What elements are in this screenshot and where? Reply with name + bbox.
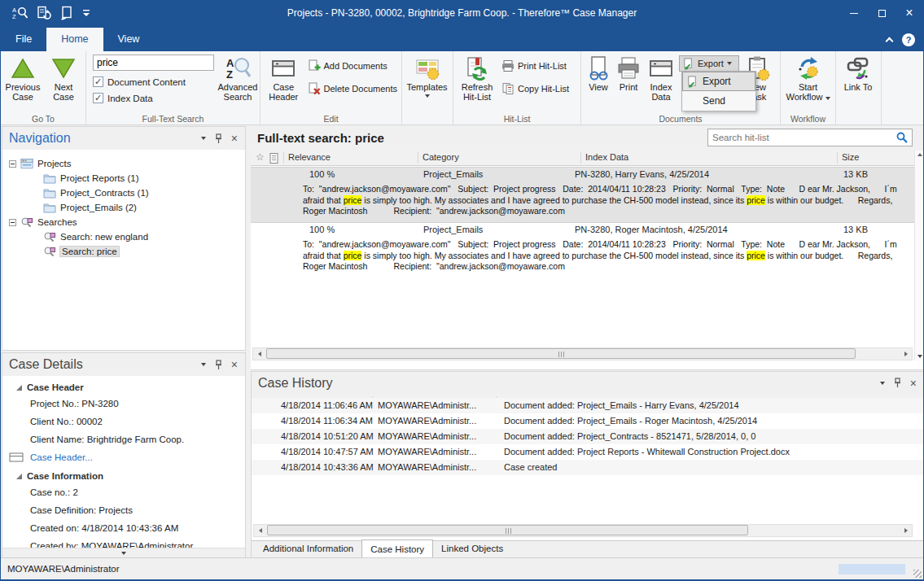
scroll-right-arrow[interactable]: [900, 525, 912, 536]
export-button[interactable]: Export: [679, 55, 739, 72]
tab-home[interactable]: Home: [46, 28, 103, 51]
collapse-icon[interactable]: [9, 160, 16, 168]
tree-item-project-contracts[interactable]: Project_Contracts (1): [2, 186, 243, 200]
close-panel-icon[interactable]: [231, 132, 238, 145]
history-date: 4/18/2014 10:51:20 AM: [281, 431, 374, 441]
print-button[interactable]: Print: [614, 53, 643, 92]
view-button[interactable]: View: [583, 53, 614, 92]
link-to-button[interactable]: Link To: [838, 53, 878, 92]
scroll-up-arrow[interactable]: [917, 153, 922, 156]
fulltext-query-input[interactable]: [93, 55, 214, 71]
tab-case-history[interactable]: Case History: [361, 540, 433, 558]
result-row[interactable]: 100 % Project_Emails PN-3280, Roger Maci…: [251, 223, 914, 238]
close-button[interactable]: [896, 1, 923, 25]
history-row[interactable]: 4/18/2014 11:06:46 AM MOYAWARE\Administr…: [252, 398, 924, 413]
history-row[interactable]: 4/18/2014 10:43:36 AM MOYAWARE\Administr…: [252, 460, 924, 475]
column-category[interactable]: Category: [423, 152, 459, 162]
close-panel-icon[interactable]: [231, 358, 238, 371]
collapse-ribbon-icon[interactable]: [886, 37, 894, 46]
case-details-panel: Case Details Case Header Project No.: PN…: [2, 352, 246, 559]
case-definition-field: Case Definition: Projects: [2, 505, 245, 515]
svg-text:A: A: [226, 57, 234, 69]
column-index-data[interactable]: Index Data: [585, 152, 628, 162]
maximize-button[interactable]: [868, 1, 896, 25]
scroll-left-arrow[interactable]: [253, 348, 265, 360]
print-icon: [615, 55, 642, 82]
collapse-icon[interactable]: [9, 219, 16, 226]
hitlist-result-2[interactable]: 100 % Project_Emails PN-3280, Roger Maci…: [251, 223, 914, 277]
section-label: Case Header: [27, 382, 84, 392]
case-information-section[interactable]: Case Information: [2, 471, 245, 481]
case-header-button[interactable]: Case Header: [262, 53, 305, 102]
search-icon[interactable]: [892, 132, 912, 143]
panel-menu-icon[interactable]: [880, 382, 885, 385]
next-case-button[interactable]: Next Case: [43, 53, 84, 102]
case-header-section[interactable]: Case Header: [2, 382, 245, 392]
menu-item-export[interactable]: Export: [682, 72, 755, 91]
history-row[interactable]: 4/18/2014 10:51:20 AM MOYAWARE\Administr…: [252, 429, 924, 444]
help-icon[interactable]: [902, 33, 915, 46]
document-content-checkbox[interactable]: Document Content: [93, 76, 214, 87]
scroll-left-arrow[interactable]: [254, 525, 266, 536]
advanced-search-label: Advanced Search: [217, 82, 258, 102]
tree-item-projects[interactable]: Projects: [2, 156, 243, 171]
menu-item-export-label: Export: [703, 76, 731, 87]
refresh-hitlist-button[interactable]: Refresh Hit-List: [455, 53, 499, 102]
scroll-down-arrow[interactable]: [917, 355, 922, 358]
ribbon-group-templates: Templates: [402, 51, 453, 124]
hitlist-column-header[interactable]: Relevance Category Index Data Size: [251, 151, 914, 166]
status-user: MOYAWARE\Administrator: [1, 564, 120, 574]
resize-grip[interactable]: [913, 570, 922, 578]
result-snippet: To: "andrew.jackson@moyaware.com" Subjec…: [303, 239, 901, 273]
add-documents-button[interactable]: Add Documents: [305, 58, 401, 74]
advanced-search-button[interactable]: AZ Advanced Search: [217, 53, 258, 102]
tree-item-searches[interactable]: Searches: [2, 215, 243, 229]
copy-hitlist-button[interactable]: Copy Hit-List: [499, 81, 571, 97]
hitlist-horizontal-scrollbar[interactable]: [252, 347, 913, 360]
pin-icon[interactable]: [215, 133, 222, 144]
start-workflow-button[interactable]: Start Workflow: [782, 53, 834, 102]
scrollbar-thumb[interactable]: [266, 348, 856, 359]
panel-menu-icon[interactable]: [201, 363, 206, 366]
history-row[interactable]: 4/18/2014 10:47:57 AM MOYAWARE\Administr…: [252, 444, 924, 460]
print-hitlist-button[interactable]: Print Hit-List: [499, 58, 571, 74]
quick-search-icon[interactable]: AZ: [12, 6, 28, 20]
tree-item-search-price[interactable]: Search: price: [2, 244, 243, 259]
result-row[interactable]: 100 % Project_Emails PN-3280, Harry Evan…: [251, 168, 914, 182]
pin-icon[interactable]: [894, 378, 901, 388]
case-header-link[interactable]: Case Header...: [30, 452, 93, 462]
case-header-link-row[interactable]: Case Header...: [2, 452, 245, 462]
refresh-document-icon[interactable]: [37, 6, 51, 20]
previous-case-button[interactable]: Previous Case: [2, 53, 43, 102]
delete-documents-button[interactable]: Delete Documents: [305, 81, 401, 97]
minimize-button[interactable]: [840, 1, 868, 25]
menu-item-send[interactable]: Send: [682, 91, 755, 111]
navigation-tree: Projects Project Reports (1) Project_Con…: [2, 150, 245, 350]
hitlist-result-1[interactable]: 100 % Project_Emails PN-3280, Harry Evan…: [251, 167, 914, 223]
tab-linked-objects[interactable]: Linked Objects: [433, 541, 511, 558]
pin-icon[interactable]: [215, 360, 222, 370]
tab-file[interactable]: File: [1, 28, 46, 51]
case-header-icon: [270, 55, 296, 82]
qat-customize-icon[interactable]: [82, 9, 90, 17]
index-data-button[interactable]: Index Data: [643, 53, 679, 102]
column-relevance[interactable]: Relevance: [288, 152, 331, 162]
close-panel-icon[interactable]: [910, 377, 917, 390]
templates-button[interactable]: Templates: [404, 53, 450, 98]
tab-view[interactable]: View: [103, 28, 155, 51]
hitlist-vertical-scrollbar[interactable]: [914, 151, 924, 360]
export-document-icon[interactable]: [59, 6, 74, 20]
case-history-horizontal-scrollbar[interactable]: [253, 524, 913, 537]
tab-additional-information[interactable]: Additional Information: [255, 541, 361, 558]
tree-item-project-reports[interactable]: Project Reports (1): [2, 171, 243, 186]
tree-item-search-new-england[interactable]: Search: new england: [2, 229, 243, 244]
index-data-checkbox[interactable]: Index Data: [93, 93, 214, 103]
search-hitlist-input[interactable]: [708, 133, 892, 142]
tree-item-project-emails[interactable]: Project_Emails (2): [2, 200, 243, 215]
export-icon: [686, 76, 698, 88]
column-size[interactable]: Size: [842, 152, 859, 162]
history-row[interactable]: 4/18/2014 11:06:34 AM MOYAWARE\Administr…: [252, 413, 924, 429]
scrollbar-thumb[interactable]: [267, 525, 748, 535]
panel-menu-icon[interactable]: [201, 137, 206, 140]
scroll-right-arrow[interactable]: [900, 348, 912, 360]
